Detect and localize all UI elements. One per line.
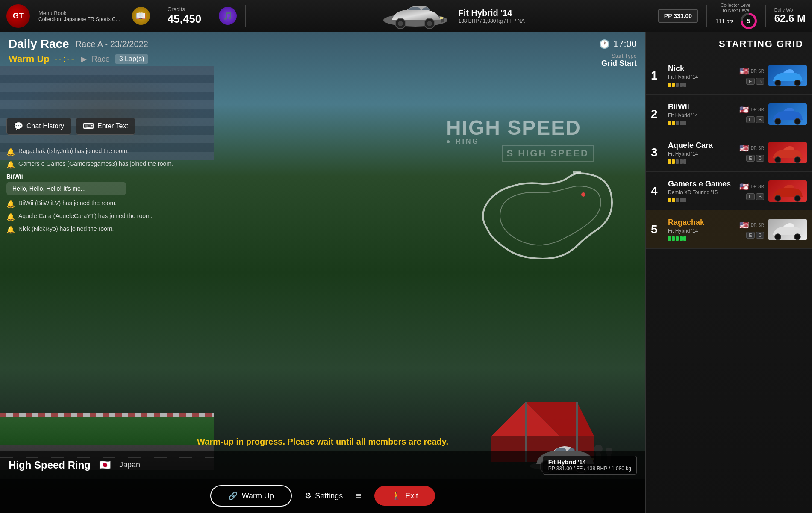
exit-button[interactable]: 🚶 Exit [374,486,435,506]
svg-point-31 [775,234,781,240]
grandstand-audience [0,66,214,160]
sr-label-5: SR [758,223,764,227]
grid-driver-car-4: Demio XD Touring '15 [668,189,735,195]
chat-history-button[interactable]: 💬 Chat History [6,118,71,135]
bar-1-1 [668,83,671,87]
grid-header: STARTING GRID [646,32,812,56]
play-icon: ▶ [81,54,87,64]
notification-3-text: BiiWii (BiiWiiLV) has joined the room. [18,200,117,206]
dr-sr-5: DR SR [751,223,764,227]
enter-text-button[interactable]: ⌨ Enter Text [76,118,135,135]
bar-4-2 [672,198,675,202]
pp-badge: PP 331.00 [658,9,698,23]
svg-point-29 [775,195,781,201]
flag-4: 🇺🇸 [739,182,749,192]
grid-flags-5: 🇺🇸 DR SR [739,221,764,230]
menu-book-icon[interactable]: 📖 [132,7,150,25]
grid-flags-3: 🇺🇸 DR SR [739,144,764,153]
dr-badge-4: E [746,193,754,200]
race-hud: Daily Race Race A - 23/2/2022 🕐 17:00 Wa… [0,32,645,70]
dr-sr-1: DR SR [751,69,764,74]
grid-driver-car-3: Fit Hybrid '14 [668,151,735,157]
car-image [379,2,452,30]
grid-row-2: 2 BiiWii Fit Hybrid '14 🇺🇸 DR SR [646,95,812,133]
dr-badge-2: E [746,116,754,123]
settings-button[interactable]: ⚙ Settings [305,491,343,501]
menu-book-label: Menu Book [38,10,120,16]
chat-sender-biiwii: BiiWii [6,173,186,180]
svg-point-30 [794,195,800,201]
grid-driver-name-1: Nick [668,64,735,73]
race-timer-value: 17:00 [613,38,637,50]
grid-right-3: 🇺🇸 DR SR E B [739,144,764,162]
dr-label-3: DR [751,146,757,150]
warmup-button[interactable]: 🔗 Warm Up [210,485,292,507]
rating-bars-3 [668,159,735,164]
bar-5-3 [676,236,679,241]
grid-flags-4: 🇺🇸 DR SR [739,182,764,192]
rating-bars-4 [668,198,735,202]
grid-driver-car-5: Fit Hybrid '14 [668,228,735,234]
bar-5-2 [672,236,675,241]
race-phase-label: Race [92,55,110,64]
dr-badge-1: E [746,78,754,85]
grid-pos-3: 3 [651,146,664,159]
dr-badge-3: E [746,155,754,162]
collector-sublabel: To Next Level [722,8,750,13]
svg-point-23 [775,80,781,86]
car-section: Fit Hybrid '14 138 BHP / 1,080 kg / FF /… [254,2,650,30]
main-content: HIGH SPEED ● RING S HIGH SPEED [0,32,812,513]
game-area: HIGH SPEED ● RING S HIGH SPEED [0,32,645,513]
rating-bars-2 [668,121,735,125]
grid-right-2: 🇺🇸 DR SR E B [739,105,764,123]
exit-icon: 🚶 [391,491,401,501]
dr-label-2: DR [751,107,757,112]
car-thumb-4 [768,180,807,202]
notification-4-text: Aquele Cara (AqueleCaraYT) has joined th… [18,212,153,219]
grid-row-5: 5 Ragachak Fit Hybrid '14 🇺🇸 DR SR [646,210,812,249]
rating-bars-5 [668,236,735,241]
grid-driver-name-5: Ragachak [668,218,735,227]
badges-3: E B [746,155,764,162]
bar-1-2 [672,83,675,87]
menu-button[interactable]: ≡ [356,490,362,502]
track-info-bar: High Speed Ring 🇯🇵 Japan Fit Hybrid '14 … [0,451,645,479]
grid-right-1: 🇺🇸 DR SR E B [739,67,764,85]
grid-flags-2: 🇺🇸 DR SR [739,105,764,115]
notification-3: 🔔 BiiWii (BiiWiiLV) has joined the room. [6,200,186,208]
car-specs: 138 BHP / 1,080 kg / FF / NA [458,18,524,24]
sr-badge-2: B [756,116,764,123]
flag-5: 🇺🇸 [739,221,749,230]
chat-message-biiwii: BiiWii Hello, Hello, Hello! It's me... [6,173,186,195]
bar-2-4 [680,121,683,125]
bottom-action-bar: 🔗 Warm Up ⚙ Settings ≡ 🚶 Exit [0,479,645,513]
bar-2-5 [683,121,686,125]
rating-bars-1 [668,83,735,87]
car-thumb-1 [768,65,807,86]
car-info: Fit Hybrid '14 138 BHP / 1,080 kg / FF /… [458,8,524,24]
grandstand [0,66,214,160]
bar-1-5 [683,83,686,87]
dr-sr-4: DR SR [751,184,764,189]
car-thumb-3 [768,142,807,163]
chat-messages: 🔔 Ragachak (IshyJulu) has joined the roo… [6,147,186,234]
bar-3-2 [672,159,675,164]
grid-driver-name-2: BiiWii [668,103,735,112]
badges-4: E B [746,193,764,200]
divider-2 [210,5,210,27]
hs-ring-logo-2: S HIGH SPEED [502,145,594,162]
grid-driver-info-1: Nick Fit Hybrid '14 [668,64,735,87]
menu-book-section: Menu Book Collection: Japanese FR Sports… [38,10,120,22]
grid-right-5: 🇺🇸 DR SR E B [739,221,764,239]
race-phase-row: Warm Up --:-- ▶ Race 3 Lap(s) [9,53,637,65]
bar-2-3 [676,121,679,125]
divider-3 [245,5,246,27]
grid-pos-5: 5 [651,223,664,236]
race-dashes: --:-- [55,55,76,64]
svg-point-32 [794,234,800,240]
divider-1 [159,5,159,27]
car-tooltip-name: Fit Hybrid '14 [548,459,631,466]
music-icon[interactable]: 🎵 [219,7,237,25]
flag-3: 🇺🇸 [739,144,749,153]
chat-bubble-biiwii: Hello, Hello, Hello! It's me... [6,182,126,195]
